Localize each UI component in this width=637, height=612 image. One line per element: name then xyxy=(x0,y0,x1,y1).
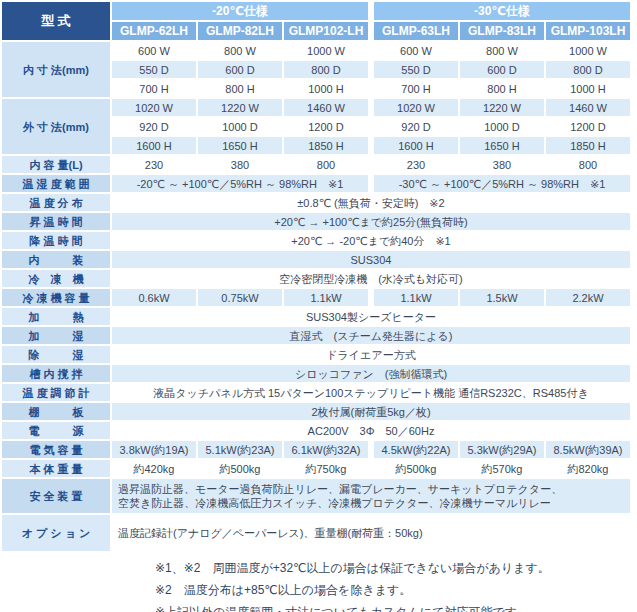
table-row: 温 度 調 節 計液晶タッチパネル方式 15パターン100ステップリピート機能 … xyxy=(2,384,630,401)
group-separator xyxy=(370,22,372,40)
spec-value: 約750kg xyxy=(284,460,368,477)
table-row: 棚 板2枚付属(耐荷重5kg／枚) xyxy=(2,403,630,420)
spec-value: 4.5kW(約22A) xyxy=(374,441,458,458)
spec-row-label: 冷 凍 機 容 量 xyxy=(2,289,110,306)
spec-row-label: 電 源 xyxy=(2,422,110,439)
spec-row-label: 内 容 量(L) xyxy=(2,156,110,173)
group-separator xyxy=(370,175,372,192)
table-row: 電 源AC200V 3Φ 50／60Hz xyxy=(2,422,630,439)
spec-value: 800 W xyxy=(460,42,544,59)
model-name-header: GLMP102-LH xyxy=(284,22,368,40)
spec-value: 800 D xyxy=(284,61,368,78)
spec-value: 920 D xyxy=(112,118,196,135)
table-row: 温 度 分 布±0.8℃ (無負荷・安定時) ※2 xyxy=(2,194,630,211)
spec-value: 1.5kW xyxy=(460,289,544,306)
group-separator xyxy=(370,156,372,173)
model-name-header: GLMP-82LH xyxy=(198,22,282,40)
group-separator xyxy=(370,80,372,97)
spec-value: 800 W xyxy=(198,42,282,59)
spec-value: 過昇温防止器、モーター過負荷防止リレー、漏電ブレーカー、サーキットプロテクター、… xyxy=(112,479,630,513)
table-row: 型 式-20℃仕様-30℃仕様 xyxy=(2,2,630,20)
spec-value: 1000 W xyxy=(284,42,368,59)
spec-value: 1460 W xyxy=(284,99,368,116)
spec-value: 1650 H xyxy=(460,137,544,154)
spec-value: 920 D xyxy=(374,118,458,135)
spec-value: 600 D xyxy=(198,61,282,78)
spec-value: 1000 H xyxy=(284,80,368,97)
spec-value: 1600 H xyxy=(374,137,458,154)
spec-value: 380 xyxy=(460,156,544,173)
spec-row-label: オ プ シ ョ ン xyxy=(2,515,110,551)
table-row: 加 熱SUS304製シーズヒーター xyxy=(2,308,630,325)
spec-value: 700 H xyxy=(374,80,458,97)
spec-value: SUS304製シーズヒーター xyxy=(112,308,630,325)
spec-value: シロッコファン (強制循環式) xyxy=(112,365,630,382)
spec-value: 1850 H xyxy=(284,137,368,154)
group-header: -30℃仕様 xyxy=(374,2,630,20)
spec-value: -20℃ ～ +100℃／5%RH ～ 98%RH ※1 xyxy=(112,175,368,192)
model-name-header: GLMP-103LH xyxy=(546,22,630,40)
group-separator xyxy=(370,99,372,116)
table-row: 冷 凍 機 容 量0.6kW0.75kW1.1kW1.1kW1.5kW2.2kW xyxy=(2,289,630,306)
spec-value: ドライエアー方式 xyxy=(112,346,630,363)
table-row: オ プ シ ョ ン温度記録計(アナログ／ペーパーレス)、重量棚(耐荷重：50kg… xyxy=(2,515,630,551)
spec-table-body: 型 式-20℃仕様-30℃仕様GLMP-62LHGLMP-82LHGLMP102… xyxy=(2,2,630,551)
table-row: 電 気 容 量3.8kW(約19A)5.1kW(約23A)6.1kW(約32A)… xyxy=(2,441,630,458)
spec-value: 1000 W xyxy=(546,42,630,59)
spec-row-label: 内 装 xyxy=(2,251,110,268)
spec-value: 約570kg xyxy=(460,460,544,477)
spec-row-label: 電 気 容 量 xyxy=(2,441,110,458)
spec-table: 型 式-20℃仕様-30℃仕様GLMP-62LHGLMP-82LHGLMP102… xyxy=(0,0,632,553)
spec-value: 800 D xyxy=(546,61,630,78)
spec-row-label: 槽 内 撹 拌 xyxy=(2,365,110,382)
spec-value: SUS304 xyxy=(112,251,630,268)
spec-row-label: 降 温 時 間 xyxy=(2,232,110,249)
spec-value: 1220 W xyxy=(460,99,544,116)
spec-value: 1.1kW xyxy=(374,289,458,306)
table-row: 除 湿ドライエアー方式 xyxy=(2,346,630,363)
spec-value: 約500kg xyxy=(374,460,458,477)
footnote-1: ※1、※2 周囲温度が+32℃以上の場合は保証できない場合があります。 xyxy=(155,561,633,575)
spec-value: 1200 D xyxy=(284,118,368,135)
spec-value: 1460 W xyxy=(546,99,630,116)
spec-row-label: 温 湿 度 範 囲 xyxy=(2,175,110,192)
spec-value: 600 D xyxy=(460,61,544,78)
spec-value: 1000 H xyxy=(546,80,630,97)
table-row: 外 寸 法(mm)1020 W1220 W1460 W1020 W1220 W1… xyxy=(2,99,630,116)
spec-value: 380 xyxy=(198,156,282,173)
spec-row-label: 加 熱 xyxy=(2,308,110,325)
table-row: 槽 内 撹 拌シロッコファン (強制循環式) xyxy=(2,365,630,382)
spec-value: 1020 W xyxy=(112,99,196,116)
spec-row-label: 昇 温 時 間 xyxy=(2,213,110,230)
spec-value: 800 xyxy=(546,156,630,173)
spec-value: +20℃ → +100℃まで約25分(無負荷時) xyxy=(112,213,630,230)
spec-value: 0.75kW xyxy=(198,289,282,306)
table-row: 本 体 重 量約420kg約500kg約750kg約500kg約570kg約82… xyxy=(2,460,630,477)
group-separator xyxy=(370,61,372,78)
group-separator xyxy=(370,460,372,477)
spec-row-label: 本 体 重 量 xyxy=(2,460,110,477)
model-name-header: GLMP-83LH xyxy=(460,22,544,40)
spec-value: 約820kg xyxy=(546,460,630,477)
table-row: 冷 凍 機空冷密閉型冷凍機 (水冷式も対応可) xyxy=(2,270,630,287)
footnote-2: ※2 温度分布は+85℃以上の場合を除きます。 xyxy=(155,583,633,597)
model-name-header: GLMP-62LH xyxy=(112,22,196,40)
spec-value: 5.1kW(約23A) xyxy=(198,441,282,458)
table-row: 加 湿直湿式 (スチーム発生器による) xyxy=(2,327,630,344)
table-row: 内 容 量(L)230380800230380800 xyxy=(2,156,630,173)
group-separator xyxy=(370,42,372,59)
spec-row-label: 安 全 装 置 xyxy=(2,479,110,513)
spec-value: 1000 D xyxy=(460,118,544,135)
spec-value: 空冷密閉型冷凍機 (水冷式も対応可) xyxy=(112,270,630,287)
page: 型 式-20℃仕様-30℃仕様GLMP-62LHGLMP-82LHGLMP102… xyxy=(0,0,637,612)
table-row: 昇 温 時 間+20℃ → +100℃まで約25分(無負荷時) xyxy=(2,213,630,230)
spec-value: 550 D xyxy=(374,61,458,78)
spec-value: 5.3kW(約29A) xyxy=(460,441,544,458)
spec-value: 800 H xyxy=(460,80,544,97)
table-row: 温 湿 度 範 囲-20℃ ～ +100℃／5%RH ～ 98%RH ※1-30… xyxy=(2,175,630,192)
model-corner-header: 型 式 xyxy=(2,2,110,40)
spec-value: 1220 W xyxy=(198,99,282,116)
group-separator xyxy=(370,118,372,135)
spec-value: AC200V 3Φ 50／60Hz xyxy=(112,422,630,439)
spec-value: 1650 H xyxy=(198,137,282,154)
